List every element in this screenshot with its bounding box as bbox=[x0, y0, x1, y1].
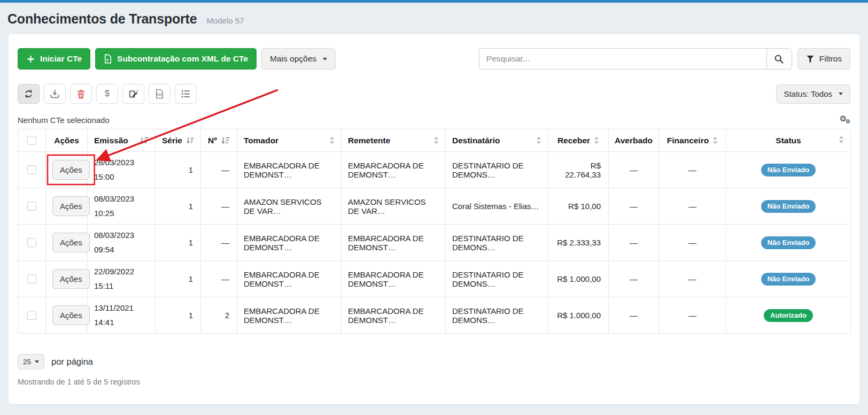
table-row: Ações 13/11/202114:41 1 2 EMBARCADORA DE… bbox=[18, 297, 851, 334]
table-settings-gears-icon[interactable]: ⚙⚙ bbox=[840, 114, 850, 125]
main-card: Iniciar CTe Subcontratação com XML de CT… bbox=[9, 34, 859, 404]
edit-document-button[interactable] bbox=[122, 84, 144, 104]
col-header-acoes: Ações bbox=[46, 129, 88, 152]
iniciar-cte-label: Iniciar CTe bbox=[40, 54, 82, 64]
cell-emissao: 22/09/202215:11 bbox=[88, 261, 156, 297]
cell-averbado: — bbox=[609, 225, 659, 261]
search-icon bbox=[774, 54, 784, 64]
pdf-button[interactable]: PDF bbox=[149, 84, 170, 104]
page-subtitle: Modelo 57 bbox=[206, 16, 244, 25]
dollar-button[interactable]: $ bbox=[96, 84, 118, 104]
filter-funnel-icon bbox=[806, 55, 815, 63]
cell-numero: — bbox=[201, 225, 237, 261]
sort-both-icon bbox=[594, 136, 599, 144]
cell-financeiro: — bbox=[659, 261, 726, 297]
subcontratacao-xml-button[interactable]: Subcontratação com XML de CTe bbox=[95, 48, 257, 70]
cell-destinatario: DESTINATARIO DE DEMONS… bbox=[446, 261, 548, 297]
row-checkbox[interactable] bbox=[27, 311, 36, 320]
sort-amount-desc-icon bbox=[221, 137, 230, 144]
cell-serie: 1 bbox=[156, 188, 201, 225]
cell-tomador: EMBARCADORA DE DEMONST… bbox=[237, 297, 342, 334]
cell-remetente: EMBARCADORA DE DEMONST… bbox=[342, 297, 446, 334]
col-header-status[interactable]: Status bbox=[726, 129, 851, 152]
table-row: Ações 28/03/202315:00 1 — EMBARCADORA DE… bbox=[18, 152, 851, 188]
row-checkbox[interactable] bbox=[27, 238, 36, 247]
row-acoes-button[interactable]: Ações bbox=[52, 196, 90, 216]
iniciar-cte-button[interactable]: Iniciar CTe bbox=[18, 48, 90, 70]
page-size-dropdown[interactable]: 25 bbox=[18, 354, 44, 370]
list-button[interactable] bbox=[175, 84, 197, 104]
download-button[interactable] bbox=[44, 84, 66, 104]
table-row: Ações 08/03/202309:54 1 — EMBARCADORA DE… bbox=[18, 225, 851, 261]
cell-receber: R$ 2.333,33 bbox=[548, 225, 609, 261]
cell-emissao: 08/03/202309:54 bbox=[88, 225, 156, 261]
page-size-value: 25 bbox=[23, 358, 31, 366]
cell-tomador: EMBARCADORA DE DEMONST… bbox=[237, 225, 342, 261]
cell-receber: R$ 22.764,33 bbox=[548, 152, 609, 188]
cte-table: Ações Emissão Série Nº Tomador Remetente… bbox=[18, 129, 851, 334]
cell-numero: — bbox=[201, 152, 237, 188]
sort-both-icon bbox=[536, 136, 541, 144]
col-header-emissao[interactable]: Emissão bbox=[88, 129, 156, 152]
row-acoes-button[interactable]: Ações bbox=[52, 269, 90, 289]
cell-averbado: — bbox=[609, 261, 659, 297]
refresh-button[interactable] bbox=[18, 84, 40, 104]
edit-document-icon bbox=[128, 89, 139, 99]
mais-opcoes-button[interactable]: Mais opções bbox=[261, 48, 336, 70]
cell-averbado: — bbox=[609, 188, 659, 225]
page-title: Conhecimentos de Transporte bbox=[7, 11, 197, 27]
subcontratacao-xml-label: Subcontratação com XML de CTe bbox=[117, 54, 248, 64]
cell-tomador: EMBARCADORA DE DEMONST… bbox=[237, 261, 342, 297]
status-badge: Não Enviado bbox=[761, 273, 816, 286]
cell-remetente: AMAZON SERVICOS DE VAR… bbox=[342, 188, 446, 225]
page-header: Conhecimentos de Transporte Modelo 57 bbox=[0, 3, 868, 29]
cell-emissao: 28/03/202315:00 bbox=[88, 152, 156, 188]
status-badge: Não Enviado bbox=[761, 236, 816, 249]
row-acoes-button[interactable]: Ações bbox=[52, 233, 90, 252]
search-input[interactable] bbox=[479, 48, 766, 70]
cell-emissao: 08/03/202310:25 bbox=[88, 188, 156, 225]
sort-both-icon bbox=[433, 136, 439, 144]
top-action-row: Iniciar CTe Subcontratação com XML de CT… bbox=[18, 48, 850, 70]
col-header-averbado: Averbado bbox=[609, 129, 659, 152]
cell-averbado: — bbox=[609, 297, 659, 334]
col-header-serie[interactable]: Série bbox=[156, 129, 201, 152]
col-header-remetente[interactable]: Remetente bbox=[342, 129, 446, 152]
filtros-button[interactable]: Filtros bbox=[797, 48, 850, 70]
col-header-tomador[interactable]: Tomador bbox=[237, 129, 342, 152]
svg-text:$: $ bbox=[105, 89, 110, 98]
selection-row: Nenhum CTe selecionado ⚙⚙ bbox=[18, 114, 850, 125]
plus-icon bbox=[26, 55, 35, 64]
status-filter-dropdown[interactable]: Status: Todos bbox=[776, 84, 850, 104]
row-checkbox[interactable] bbox=[27, 165, 36, 174]
table-row: Ações 08/03/202310:25 1 — AMAZON SERVICO… bbox=[18, 188, 851, 225]
cell-tomador: EMBARCADORA DE DEMONST… bbox=[237, 152, 342, 188]
cell-financeiro: — bbox=[659, 188, 726, 225]
cell-destinatario: DESTINATARIO DE DEMONS… bbox=[446, 225, 548, 261]
table-row: Ações 22/09/202215:11 1 — EMBARCADORA DE… bbox=[18, 261, 851, 297]
caret-down-icon bbox=[35, 360, 39, 363]
row-acoes-button[interactable]: Ações bbox=[52, 305, 90, 325]
col-header-destinatario[interactable]: Destinatário bbox=[446, 129, 548, 152]
cell-serie: 1 bbox=[156, 152, 201, 188]
delete-button[interactable] bbox=[70, 84, 92, 104]
cell-financeiro: — bbox=[659, 152, 726, 188]
mais-opcoes-label: Mais opções bbox=[270, 54, 316, 64]
select-all-checkbox[interactable] bbox=[27, 136, 36, 145]
col-header-receber[interactable]: Receber bbox=[548, 129, 609, 152]
cell-destinatario: Coral Sistemas - Elias… bbox=[446, 188, 548, 225]
dollar-icon: $ bbox=[102, 89, 112, 99]
cell-receber: R$ 1.000,00 bbox=[548, 261, 609, 297]
row-checkbox[interactable] bbox=[27, 274, 36, 283]
selection-status-text: Nenhum CTe selecionado bbox=[18, 116, 110, 125]
row-acoes-button[interactable]: Ações bbox=[52, 160, 90, 180]
cell-emissao: 13/11/202114:41 bbox=[88, 297, 156, 334]
col-header-numero[interactable]: Nº bbox=[201, 129, 237, 152]
cell-financeiro: — bbox=[659, 297, 726, 334]
pagination-row: 25 por página bbox=[18, 354, 850, 370]
cell-numero: 2 bbox=[201, 297, 237, 334]
col-header-financeiro[interactable]: Financeiro bbox=[659, 129, 726, 152]
xml-file-icon bbox=[104, 54, 112, 64]
row-checkbox[interactable] bbox=[27, 202, 36, 211]
search-button[interactable] bbox=[766, 48, 792, 70]
